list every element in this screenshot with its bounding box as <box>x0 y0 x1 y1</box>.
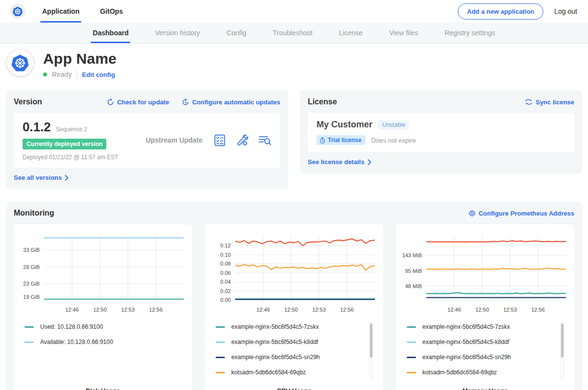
clock-refresh-icon <box>182 98 189 106</box>
svg-text:28 GiB: 28 GiB <box>23 264 40 270</box>
tab-gitops[interactable]: GitOps <box>98 0 125 23</box>
legend-series-label: example-nginx-5bc6f5d4c5-k8ddf <box>422 339 509 345</box>
channel-badge: Unstable <box>378 120 409 130</box>
svg-text:12:50: 12:50 <box>284 307 298 313</box>
svg-text:12:53: 12:53 <box>503 307 517 313</box>
legend-series-label: example-nginx-5bc6f5d4c5-7zskx <box>231 323 319 330</box>
svg-text:12:56: 12:56 <box>340 307 354 313</box>
legend-series-swatch <box>216 341 225 343</box>
license-card: License Sync license My Customer Unstabl… <box>300 90 582 173</box>
legend-series-label: example-nginx-5bc6f5d4c5-sn29h <box>231 354 320 361</box>
add-new-application-button[interactable]: Add a new application <box>458 3 543 20</box>
svg-text:19 GiB: 19 GiB <box>23 294 40 300</box>
disk-usage-legend: Used: 10.128.0.66:9100Available: 10.128.… <box>24 323 187 383</box>
subtab-dashboard[interactable]: Dashboard <box>93 23 128 43</box>
disk-usage-chart-card: 19 GiB23 GiB28 GiB33 GiB12:4612:5012:531… <box>14 224 192 390</box>
kubernetes-logo-icon[interactable] <box>10 3 25 19</box>
see-license-details-link[interactable]: See license details <box>308 158 371 166</box>
memory-usage-chart-title: Memory Usage <box>401 387 569 390</box>
svg-text:12:50: 12:50 <box>475 307 489 313</box>
memory-usage-plot: 48 MiB95 MiB143 MiB12:4612:5012:5312:56 <box>401 230 569 317</box>
svg-text:0.10: 0.10 <box>220 252 231 258</box>
troubleshoot-wrench-icon[interactable] <box>236 134 248 146</box>
see-all-versions-link[interactable]: See all versions <box>14 174 69 181</box>
legend-item: example-nginx-5bc6f5d4c5-7zskx <box>216 323 378 330</box>
legend-scrollbar-thumb[interactable] <box>370 323 372 358</box>
subtab-registry-settings[interactable]: Registry settings <box>444 23 495 43</box>
logout-link[interactable]: Log out <box>554 7 577 15</box>
customer-name: My Customer <box>317 120 372 130</box>
subtab-version-history[interactable]: Version history <box>155 23 200 43</box>
cpu-usage-chart-card: 0.000.020.040.060.080.100.1212:4612:5012… <box>205 224 383 390</box>
subtab-troubleshoot[interactable]: Troubleshoot <box>273 23 313 43</box>
page-title: App Name <box>43 50 117 67</box>
legend-series-label: kotsadm-5db6dc6584-69qbz <box>422 369 497 376</box>
legend-series-label: example-nginx-5bc6f5d4c5-sn29h <box>422 354 511 361</box>
view-files-search-icon[interactable] <box>258 134 271 146</box>
svg-text:12:56: 12:56 <box>531 307 545 313</box>
legend-item: kotsadm-5db6dc6584-69qbz <box>407 369 569 376</box>
legend-scrollbar[interactable] <box>369 321 373 379</box>
cpu-usage-legend: example-nginx-5bc6f5d4c5-7zskxexample-ng… <box>216 323 378 384</box>
legend-series-label: Used: 10.128.0.66:9100 <box>40 323 103 330</box>
legend-series-swatch <box>407 326 416 328</box>
legend-item: example-nginx-5bc6f5d4c5-sn29h <box>216 354 378 361</box>
disk-usage-plot: 19 GiB23 GiB28 GiB33 GiB12:4612:5012:531… <box>19 230 187 317</box>
legend-item: Available: 10.128.0.66:9100 <box>24 339 187 345</box>
chevron-right-icon <box>368 159 371 165</box>
stopwatch-icon <box>319 137 325 144</box>
svg-text:0.04: 0.04 <box>220 279 231 285</box>
legend-series-label: Available: 10.128.0.66:9100 <box>40 339 113 345</box>
svg-text:12:46: 12:46 <box>65 307 79 313</box>
app-header: App Name Ready Edit config <box>0 44 588 86</box>
legend-series-label: example-nginx-5bc6f5d4c5-k8ddf <box>231 339 318 345</box>
legend-item: example-nginx-5bc6f5d4c5-sn29h <box>407 354 569 361</box>
legend-scrollbar[interactable] <box>560 321 564 379</box>
top-tabs: Application GitOps <box>40 0 142 23</box>
configure-automatic-updates-link[interactable]: Configure automatic updates <box>182 98 280 106</box>
edit-config-link[interactable]: Edit config <box>82 71 115 78</box>
legend-scrollbar-thumb[interactable] <box>561 323 564 358</box>
svg-text:12:50: 12:50 <box>93 307 107 313</box>
tab-application[interactable]: Application <box>40 0 81 23</box>
version-sequence: Sequence 2 <box>56 126 87 133</box>
license-expiry: Does not expire <box>371 137 416 144</box>
app-logo-icon <box>7 49 33 76</box>
license-card-title: License <box>308 98 337 106</box>
app-sub-nav: Dashboard Version history Config Trouble… <box>0 23 588 44</box>
version-card: Version Check for update Configure au <box>6 90 288 189</box>
svg-text:48 MiB: 48 MiB <box>405 283 422 289</box>
svg-text:95 MiB: 95 MiB <box>405 268 422 274</box>
version-number: 0.1.2 <box>23 120 51 135</box>
subtab-view-files[interactable]: View files <box>389 23 418 43</box>
legend-item: kotsadm-5db6dc6584-69qbz <box>216 369 378 376</box>
cpu-usage-chart-title: CPU Usage <box>210 387 378 390</box>
sync-license-link[interactable]: Sync license <box>525 98 574 106</box>
check-for-update-link[interactable]: Check for update <box>107 98 169 106</box>
legend-series-swatch <box>24 326 34 328</box>
refresh-icon <box>107 98 114 106</box>
upstream-update-label: Upstream Update <box>146 136 202 144</box>
cpu-usage-plot: 0.000.020.040.060.080.100.1212:4612:5012… <box>210 230 378 317</box>
svg-text:0.06: 0.06 <box>220 270 231 276</box>
subtab-config[interactable]: Config <box>226 23 246 43</box>
legend-series-swatch <box>407 357 416 358</box>
monitoring-title: Monitoring <box>14 209 54 218</box>
status-text: Ready <box>52 71 72 78</box>
ready-status-dot <box>43 73 47 76</box>
svg-text:0.02: 0.02 <box>220 288 231 294</box>
legend-series-swatch <box>24 341 34 343</box>
version-card-title: Version <box>14 98 42 106</box>
legend-series-label: kotsadm-5db6dc6584-69qbz <box>231 369 306 376</box>
memory-usage-chart-card: 48 MiB95 MiB143 MiB12:4612:5012:5312:56 … <box>396 224 574 390</box>
svg-text:33 GiB: 33 GiB <box>23 247 40 253</box>
gear-icon <box>468 210 476 217</box>
legend-item: example-nginx-5bc6f5d4c5-k8ddf <box>407 339 569 345</box>
legend-series-swatch <box>216 326 225 328</box>
configure-prometheus-link[interactable]: Configure Prometheus Address <box>468 210 574 217</box>
subtab-license[interactable]: License <box>339 23 363 43</box>
svg-text:12:53: 12:53 <box>121 307 135 313</box>
preflight-checks-icon[interactable] <box>214 134 226 146</box>
legend-series-swatch <box>216 372 225 373</box>
chevron-right-icon <box>65 175 69 181</box>
